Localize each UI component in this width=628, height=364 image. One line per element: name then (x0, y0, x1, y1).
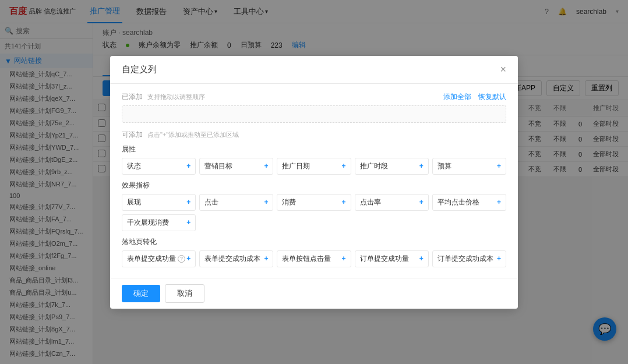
landing-item-form-cost[interactable]: 表单提交成功成本 + (199, 250, 273, 267)
plus-icon: + (264, 162, 268, 170)
landing-item-order-cost[interactable]: 订单提交成功成本 + (432, 250, 506, 267)
plus-icon: + (419, 255, 424, 263)
effect-item-click[interactable]: 点击 + (199, 194, 273, 211)
plus-icon: + (264, 198, 268, 206)
custom-columns-modal: 自定义列 × 已添加 支持拖动以调整顺序 添加全部 恢复默认 可添加 点击"+"… (110, 56, 518, 309)
landing-item-order-submit[interactable]: 订单提交成功量 + (355, 250, 429, 267)
landing-item-btn-click[interactable]: 表单按钮点击量 + (277, 250, 351, 267)
plus-icon: + (342, 255, 346, 263)
section-title-landing: 落地页转化 (122, 237, 506, 247)
landing-section: 落地页转化 表单提交成功量 ? + 表单提交成功成本 + 表单按钮点 (122, 237, 506, 267)
confirm-button[interactable]: 确定 (122, 285, 160, 302)
plus-icon: + (497, 255, 501, 263)
attr-item-date[interactable]: 推广日期 + (277, 158, 351, 175)
section-title-effect: 效果指标 (122, 181, 506, 190)
effect-section: 效果指标 展现 + 点击 + 消费 + 点击率 (122, 181, 506, 231)
plus-icon: + (342, 162, 346, 170)
attr-item-budget[interactable]: 预算 + (432, 158, 506, 175)
effect-item-consume[interactable]: 消费 + (277, 194, 351, 211)
cancel-button[interactable]: 取消 (165, 284, 204, 303)
plus-icon: + (342, 198, 346, 206)
modal-title: 自定义列 (122, 64, 157, 75)
attr-section: 属性 状态 + 营销目标 + 推广日期 + 推广时段 (122, 144, 506, 175)
add-all-button[interactable]: 添加全部 (443, 92, 471, 102)
info-icon[interactable]: ? (178, 255, 185, 263)
plus-icon: + (419, 162, 424, 170)
effect-item-show[interactable]: 展现 + (122, 194, 196, 211)
modal-body: 已添加 支持拖动以调整顺序 添加全部 恢复默认 可添加 点击"+"添加或推动至已… (110, 84, 518, 278)
plus-icon: + (264, 255, 268, 263)
plus-icon: + (497, 198, 501, 206)
plus-icon: + (186, 162, 190, 170)
added-label: 已添加 (122, 92, 143, 102)
modal-footer: 确定 取消 (110, 278, 518, 309)
modal-overlay[interactable]: 自定义列 × 已添加 支持拖动以调整顺序 添加全部 恢复默认 可添加 点击"+"… (0, 0, 628, 364)
attr-item-status[interactable]: 状态 + (122, 158, 196, 175)
added-area (122, 105, 506, 123)
plus-icon: + (497, 162, 501, 170)
effect-item-avgcpc[interactable]: 平均点击价格 + (432, 194, 506, 211)
plus-icon: + (186, 198, 190, 206)
plus-icon: + (419, 198, 424, 206)
effect-item-ctr[interactable]: 点击率 + (355, 194, 429, 211)
drag-hint: 支持拖动以调整顺序 (147, 93, 205, 101)
landing-item-form-submit[interactable]: 表单提交成功量 ? + (122, 250, 196, 267)
effect-item-cpm[interactable]: 千次展现消费 + (122, 214, 196, 231)
attr-item-timeslot[interactable]: 推广时段 + (355, 158, 429, 175)
modal-close-button[interactable]: × (500, 64, 506, 75)
plus-icon: + (186, 255, 190, 263)
plus-icon: + (186, 218, 190, 227)
section-title-attr: 属性 (122, 144, 506, 154)
attr-item-goal[interactable]: 营销目标 + (199, 158, 273, 175)
restore-default-button[interactable]: 恢复默认 (478, 92, 506, 102)
can-add-hint: 点击"+"添加或推动至已添加区域 (147, 130, 239, 139)
can-add-label: 可添加 (122, 130, 143, 140)
modal-header: 自定义列 × (110, 56, 518, 84)
